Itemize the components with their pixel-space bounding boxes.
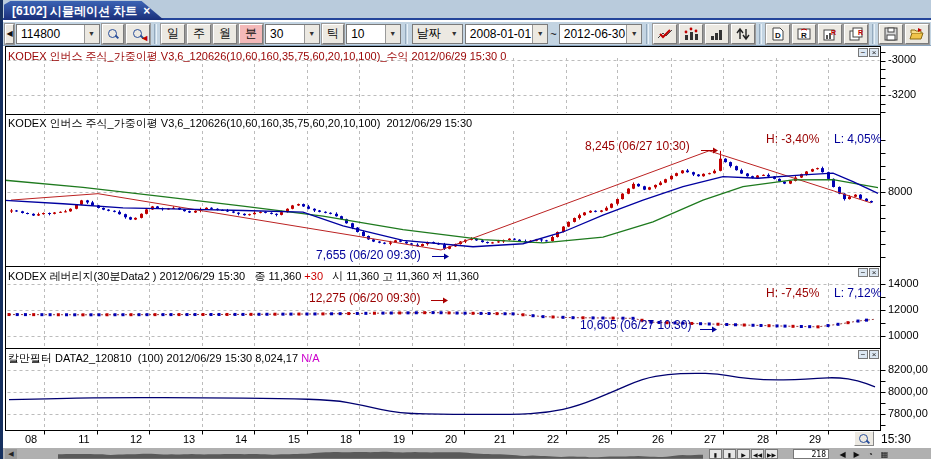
magnifier-icon [859,434,869,444]
zoom-button[interactable] [854,431,874,446]
x-axis-label: 13 [183,433,195,445]
x-axis-label: 18 [340,433,352,445]
range-left-handle[interactable]: ▮ [709,449,722,459]
x-axis-label: 08 [25,433,37,445]
x-axis-label: 14 [235,433,247,445]
panel4-axis-label: 8000,00 [888,385,928,397]
panel3-change-quote: +30 [304,270,323,282]
panel2-title: KODEX 인버스 주식_가중이평 V3,6_120626(10,60,160,… [8,116,472,131]
x-axis-label: 15 [288,433,300,445]
panel3-close-quote: 종 11,360 [254,270,301,282]
x-axis-label: 27 [704,433,716,445]
range-right-handle[interactable]: ▮ [723,449,736,459]
panel3-low-pct: L: 7,12% [834,286,881,300]
panel1-axis-label: -3200 [888,88,916,100]
x-axis-label: 25 [598,433,610,445]
x-axis-label: 12 [130,433,142,445]
x-axis-label: 21 [494,433,506,445]
last-time-label: 15:30 [881,432,911,446]
x-axis-label: 20 [445,433,457,445]
step-forward-button[interactable]: ▶▶ [765,449,778,459]
panel3-ohl-quote: 시 11,360 고 11,360 저 11,360 [332,270,479,282]
panel3-axis-label: 12000 [888,303,919,315]
panel4-title-text: 칼만필터 DATA2_120810 (100) 2012/06/29 15:30… [8,352,301,364]
panel3-close-button[interactable]: × [869,268,879,277]
panel3-title-text: KODEX 레버리지(30분Data2 ) 2012/06/29 15:30 [8,270,245,282]
panel3-title: KODEX 레버리지(30분Data2 ) 2012/06/29 15:30 종… [8,269,479,284]
panel1-title: KODEX 인버스 주식_가중이평 V3,6_120626(10,60,160,… [8,49,506,64]
scrollbar-left-button[interactable]: ◀ [5,449,17,459]
panel3-high-annotation: 12,275 (06/20 09:30) [309,291,420,305]
clock-icon[interactable]: ◔ [864,449,877,459]
panel2-high-pct: H: -3,40% [766,132,819,146]
panel1-close-button[interactable]: × [869,48,879,57]
simulation-chart-window: [6102] 시뮬레이션 차트× ◀ 114800 ▼ ◄ 일주월분 30 ▼ … [0,0,931,459]
x-axis-label: 26 [652,433,664,445]
x-axis-label: 28 [757,433,769,445]
panel3-axis-label: 14000 [888,277,919,289]
scrollbar-controls: ▮▮▶◀◀▶▶ [709,449,778,459]
panel4-minimize-button[interactable]: − [858,350,868,359]
panel4-close-button[interactable]: × [869,350,879,359]
panel4-title: 칼만필터 DATA2_120810 (100) 2012/06/29 15:30… [8,351,319,366]
x-axis-label: 11 [78,433,89,445]
grid-icon[interactable]: ▦ [878,449,891,459]
panel4-axis-label: 7800,00 [888,407,928,419]
panel3-high-pct: H: -7,45% [766,286,819,300]
panel1-axis-label: -3000 [888,53,916,65]
x-axis-label: 19 [393,433,405,445]
panel3-minimize-button[interactable]: − [858,268,868,277]
panel2-axis-label: 8000 [888,185,912,197]
panel2-high-annotation: 8,245 (06/27 10:30) [585,139,690,153]
panel3-low-annotation: 10,605 (06/27 10:30) [580,318,691,332]
chart-canvas[interactable] [3,0,931,459]
play-button[interactable]: ▶ [737,449,750,459]
prev-chart-button[interactable]: ◀ [836,449,849,459]
bar-count-input[interactable] [793,449,829,459]
scrollbar-right-controls: ◀▶◔▦ [836,449,891,459]
x-axis-label: 29 [809,433,821,445]
panel2-low-annotation: 7,655 (06/20 09:30) [316,248,421,262]
panel4-axis-label: 8200,00 [888,363,928,375]
next-chart-button[interactable]: ▶ [850,449,863,459]
panel4-na-value: N/A [301,352,319,364]
step-back-button[interactable]: ◀◀ [751,449,764,459]
panel3-axis-label: 10000 [888,329,919,341]
panel1-minimize-button[interactable]: − [858,48,868,57]
x-axis-label: 22 [547,433,559,445]
panel2-low-pct: L: 4,05% [834,132,881,146]
